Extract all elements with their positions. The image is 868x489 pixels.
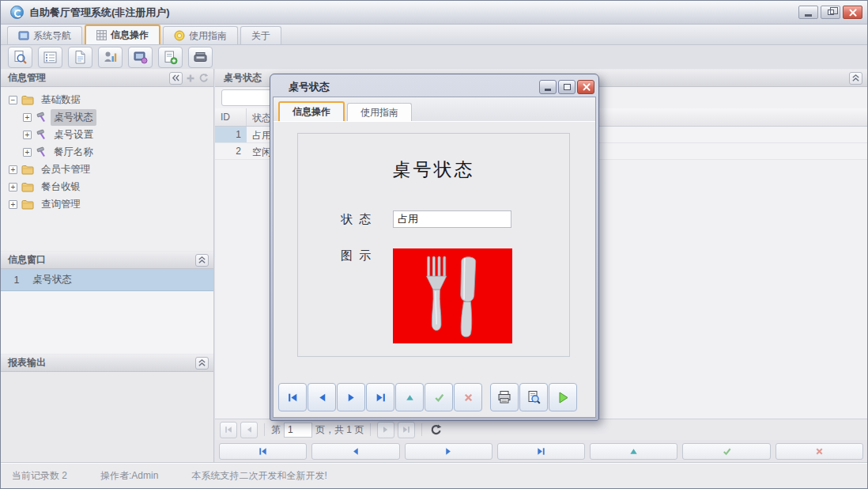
close-button[interactable]	[843, 6, 862, 19]
preview-search-button[interactable]	[8, 47, 32, 68]
collapse-panel-button[interactable]	[195, 254, 209, 267]
refresh-grid-icon[interactable]	[430, 424, 442, 436]
first-record-button[interactable]	[219, 443, 307, 460]
tree-node-table-status[interactable]: + 桌号状态	[1, 108, 213, 126]
pagination-bar: 第 页，共 1 页	[215, 419, 867, 440]
dialog-maximize-button[interactable]	[558, 80, 576, 94]
last-record-button[interactable]	[497, 443, 585, 460]
print-button[interactable]	[490, 383, 519, 411]
tree-node-label[interactable]: 桌号状态	[51, 109, 96, 126]
tree-node-label[interactable]: 基础数据	[38, 92, 84, 108]
dialog-title-bar[interactable]: 桌号状态	[273, 77, 596, 97]
print-preview-button[interactable]	[519, 383, 548, 411]
collapse-main-panel-button[interactable]	[849, 72, 862, 85]
panel-title: 信息管理	[8, 71, 46, 85]
separator	[370, 423, 371, 436]
dialog-tab-info-operation[interactable]: 信息操作	[278, 101, 345, 121]
expand-node-icon[interactable]: +	[23, 131, 32, 139]
search-document-icon	[13, 50, 28, 65]
display-module-button[interactable]	[128, 47, 153, 68]
title-bar: 自助餐厅管理系统(非注册用户)	[1, 1, 867, 25]
list-item-table-status[interactable]: 1 桌号状态	[1, 269, 213, 291]
archive-output-button[interactable]	[188, 47, 213, 68]
cell-id: 1	[215, 127, 247, 142]
page-number-input[interactable]	[284, 423, 312, 438]
app-logo-icon	[10, 6, 24, 19]
double-chevron-up-icon	[198, 256, 206, 264]
restore-icon	[828, 9, 834, 15]
report-output-body	[1, 372, 213, 462]
tab-label: 使用指南	[189, 29, 227, 43]
tree-node-cashier[interactable]: + 餐台收银	[1, 178, 213, 195]
expand-node-icon[interactable]: +	[9, 183, 17, 191]
prev-record-button[interactable]	[308, 383, 336, 411]
operator-label: 操作者:Admin	[100, 469, 158, 483]
tree-node-label[interactable]: 餐厅名称	[51, 144, 96, 161]
restore-button[interactable]	[821, 6, 840, 19]
minimize-button[interactable]	[798, 6, 818, 19]
next-record-button[interactable]	[337, 383, 365, 411]
status-input[interactable]	[393, 210, 511, 228]
next-page-button[interactable]	[377, 422, 394, 438]
tool-icon	[36, 129, 47, 140]
cancel-button[interactable]	[776, 443, 863, 460]
tab-info-operation[interactable]: 信息操作	[85, 25, 160, 44]
tree-node-member-card[interactable]: + 会员卡管理	[1, 161, 213, 178]
last-page-button[interactable]	[398, 422, 415, 438]
dialog-tab-user-guide[interactable]: 使用指南	[347, 103, 412, 121]
collapse-node-icon[interactable]: −	[9, 96, 17, 104]
expand-node-icon[interactable]: +	[23, 113, 32, 122]
form-heading: 桌号状态	[298, 157, 569, 182]
tree-node-restaurant-name[interactable]: + 餐厅名称	[1, 143, 213, 161]
confirm-button[interactable]	[425, 383, 453, 411]
tab-about[interactable]: 关于	[240, 26, 281, 44]
tree-node-label[interactable]: 会员卡管理	[38, 161, 94, 178]
first-record-icon	[258, 446, 268, 457]
tree-node-table-setting[interactable]: + 桌号设置	[1, 126, 213, 143]
add-record-button[interactable]	[158, 47, 183, 68]
tree-node-label[interactable]: 餐台收银	[38, 179, 84, 195]
expand-node-icon[interactable]: +	[9, 165, 17, 174]
user-report-button[interactable]	[98, 47, 123, 68]
prev-record-icon	[350, 446, 360, 457]
list-icon	[43, 50, 58, 65]
tab-system-nav[interactable]: 系统导航	[7, 26, 82, 44]
prev-page-button[interactable]	[240, 422, 258, 438]
edit-record-button[interactable]	[590, 443, 677, 460]
confirm-button[interactable]	[682, 443, 770, 460]
run-button[interactable]	[549, 383, 577, 411]
dialog-minimize-button[interactable]	[539, 80, 557, 94]
last-record-button[interactable]	[366, 383, 394, 411]
x-icon	[462, 392, 474, 404]
list-view-button[interactable]	[38, 47, 62, 68]
new-document-button[interactable]	[68, 47, 92, 68]
tab-user-guide[interactable]: 使用指南	[163, 26, 238, 44]
column-header-id[interactable]: ID	[215, 108, 247, 126]
tree-node-query[interactable]: + 查询管理	[1, 195, 213, 213]
tree-node-label[interactable]: 桌号设置	[51, 127, 96, 143]
cancel-button[interactable]	[454, 383, 482, 411]
first-page-button[interactable]	[220, 422, 237, 438]
first-record-button[interactable]	[278, 383, 307, 411]
refresh-icon[interactable]	[198, 73, 209, 83]
monitor-globe-icon	[133, 50, 148, 65]
x-icon	[814, 446, 825, 457]
document-add-icon	[163, 50, 178, 65]
collapse-panel-button[interactable]	[195, 357, 209, 370]
edit-record-button[interactable]	[395, 383, 424, 411]
expand-node-icon[interactable]: +	[23, 148, 32, 157]
status-message: 本系统支持二次开发和全新开发!	[191, 469, 326, 483]
tree-node-base-data[interactable]: − 基础数据	[1, 91, 213, 108]
tab-label: 使用指南	[360, 106, 398, 119]
next-record-button[interactable]	[405, 443, 492, 460]
info-window-list: 1 桌号状态	[1, 269, 213, 354]
collapse-sidebar-button[interactable]	[169, 72, 183, 85]
tree-node-label[interactable]: 查询管理	[38, 196, 84, 213]
record-nav-bar	[215, 440, 867, 462]
expand-node-icon[interactable]: +	[9, 200, 17, 209]
prev-record-button[interactable]	[311, 443, 399, 460]
add-icon[interactable]	[186, 74, 195, 83]
dialog-close-button[interactable]	[577, 80, 594, 94]
check-icon	[433, 392, 445, 404]
separator	[421, 423, 422, 436]
